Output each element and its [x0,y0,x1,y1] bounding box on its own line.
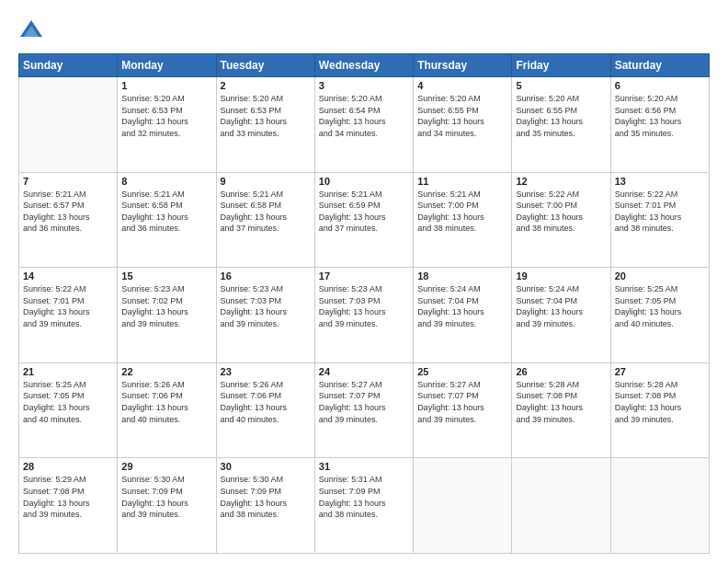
calendar-cell: 26Sunrise: 5:28 AMSunset: 7:08 PMDayligh… [512,362,610,458]
day-number: 10 [319,176,409,187]
day-info: Sunrise: 5:21 AMSunset: 6:58 PMDaylight:… [221,189,311,235]
day-info: Sunrise: 5:25 AMSunset: 7:05 PMDaylight:… [23,379,113,425]
weekday-header: Monday [118,54,216,77]
day-number: 14 [23,270,113,282]
day-info: Sunrise: 5:27 AMSunset: 7:07 PMDaylight:… [417,379,507,425]
day-info: Sunrise: 5:24 AMSunset: 7:04 PMDaylight:… [516,283,606,329]
day-number: 20 [615,270,705,282]
weekday-header-row: SundayMondayTuesdayWednesdayThursdayFrid… [19,54,710,77]
day-number: 16 [221,270,311,282]
day-number: 6 [615,80,705,91]
header [18,17,710,44]
calendar-week-row: 1Sunrise: 5:20 AMSunset: 6:53 PMDaylight… [19,77,710,173]
calendar-cell: 10Sunrise: 5:21 AMSunset: 6:59 PMDayligh… [314,172,413,268]
calendar-cell: 13Sunrise: 5:22 AMSunset: 7:01 PMDayligh… [610,172,709,268]
calendar-cell: 2Sunrise: 5:20 AMSunset: 6:53 PMDaylight… [216,77,314,173]
day-info: Sunrise: 5:20 AMSunset: 6:53 PMDaylight:… [121,93,211,139]
calendar-cell: 4Sunrise: 5:20 AMSunset: 6:55 PMDaylight… [414,77,512,173]
day-info: Sunrise: 5:20 AMSunset: 6:55 PMDaylight:… [417,93,507,139]
day-info: Sunrise: 5:29 AMSunset: 7:08 PMDaylight:… [23,474,113,520]
calendar-cell: 11Sunrise: 5:21 AMSunset: 7:00 PMDayligh… [414,172,512,268]
day-info: Sunrise: 5:20 AMSunset: 6:56 PMDaylight:… [615,93,705,139]
day-number: 3 [319,80,409,91]
calendar-cell: 16Sunrise: 5:23 AMSunset: 7:03 PMDayligh… [216,268,314,363]
calendar-cell: 28Sunrise: 5:29 AMSunset: 7:08 PMDayligh… [19,458,118,554]
calendar-cell: 14Sunrise: 5:22 AMSunset: 7:01 PMDayligh… [19,268,118,363]
day-number: 9 [221,176,311,187]
day-number: 17 [319,270,409,282]
calendar-cell: 6Sunrise: 5:20 AMSunset: 6:56 PMDaylight… [610,77,709,173]
calendar-cell: 21Sunrise: 5:25 AMSunset: 7:05 PMDayligh… [19,362,118,458]
day-info: Sunrise: 5:31 AMSunset: 7:09 PMDaylight:… [319,474,409,520]
day-number: 28 [23,461,113,472]
day-number: 19 [516,270,606,282]
calendar-cell: 8Sunrise: 5:21 AMSunset: 6:58 PMDaylight… [118,172,216,268]
calendar-cell: 17Sunrise: 5:23 AMSunset: 7:03 PMDayligh… [314,268,413,363]
calendar-cell: 30Sunrise: 5:30 AMSunset: 7:09 PMDayligh… [216,458,314,554]
calendar-table: SundayMondayTuesdayWednesdayThursdayFrid… [18,53,710,554]
logo-icon [18,18,44,44]
page: SundayMondayTuesdayWednesdayThursdayFrid… [0,0,728,563]
calendar-week-row: 21Sunrise: 5:25 AMSunset: 7:05 PMDayligh… [19,362,710,458]
day-info: Sunrise: 5:23 AMSunset: 7:02 PMDaylight:… [121,283,211,329]
calendar-cell: 19Sunrise: 5:24 AMSunset: 7:04 PMDayligh… [512,268,610,363]
calendar-cell [19,77,118,173]
calendar-cell: 27Sunrise: 5:28 AMSunset: 7:08 PMDayligh… [610,362,709,458]
weekday-header: Wednesday [314,54,413,77]
day-info: Sunrise: 5:30 AMSunset: 7:09 PMDaylight:… [121,474,211,520]
weekday-header: Thursday [414,54,512,77]
day-number: 29 [121,461,211,472]
day-info: Sunrise: 5:20 AMSunset: 6:53 PMDaylight:… [221,93,311,139]
day-info: Sunrise: 5:28 AMSunset: 7:08 PMDaylight:… [516,379,606,425]
day-number: 4 [417,80,507,91]
calendar-cell: 18Sunrise: 5:24 AMSunset: 7:04 PMDayligh… [414,268,512,363]
calendar-cell: 1Sunrise: 5:20 AMSunset: 6:53 PMDaylight… [118,77,216,173]
day-number: 11 [417,176,507,187]
day-number: 25 [417,366,507,377]
calendar-week-row: 7Sunrise: 5:21 AMSunset: 6:57 PMDaylight… [19,172,710,268]
day-number: 23 [221,366,311,377]
day-number: 21 [23,366,113,377]
calendar-cell: 25Sunrise: 5:27 AMSunset: 7:07 PMDayligh… [414,362,512,458]
day-info: Sunrise: 5:28 AMSunset: 7:08 PMDaylight:… [615,379,705,425]
weekday-header: Saturday [610,54,709,77]
day-info: Sunrise: 5:25 AMSunset: 7:05 PMDaylight:… [615,283,705,329]
calendar-cell: 24Sunrise: 5:27 AMSunset: 7:07 PMDayligh… [314,362,413,458]
calendar-cell [512,458,610,554]
day-info: Sunrise: 5:21 AMSunset: 6:59 PMDaylight:… [319,189,409,235]
weekday-header: Tuesday [216,54,314,77]
day-info: Sunrise: 5:24 AMSunset: 7:04 PMDaylight:… [417,283,507,329]
day-info: Sunrise: 5:23 AMSunset: 7:03 PMDaylight:… [221,283,311,329]
day-info: Sunrise: 5:22 AMSunset: 7:01 PMDaylight:… [23,283,113,329]
day-info: Sunrise: 5:26 AMSunset: 7:06 PMDaylight:… [221,379,311,425]
day-number: 13 [615,176,705,187]
day-number: 8 [121,176,211,187]
calendar-cell: 12Sunrise: 5:22 AMSunset: 7:00 PMDayligh… [512,172,610,268]
day-number: 24 [319,366,409,377]
day-number: 18 [417,270,507,282]
weekday-header: Sunday [19,54,118,77]
calendar-cell: 22Sunrise: 5:26 AMSunset: 7:06 PMDayligh… [118,362,216,458]
day-number: 2 [221,80,311,91]
day-info: Sunrise: 5:30 AMSunset: 7:09 PMDaylight:… [221,474,311,520]
day-info: Sunrise: 5:27 AMSunset: 7:07 PMDaylight:… [319,379,409,425]
calendar-week-row: 28Sunrise: 5:29 AMSunset: 7:08 PMDayligh… [19,458,710,554]
day-number: 12 [516,176,606,187]
calendar-cell: 31Sunrise: 5:31 AMSunset: 7:09 PMDayligh… [314,458,413,554]
day-number: 22 [121,366,211,377]
calendar-cell: 7Sunrise: 5:21 AMSunset: 6:57 PMDaylight… [19,172,118,268]
calendar-cell: 9Sunrise: 5:21 AMSunset: 6:58 PMDaylight… [216,172,314,268]
day-number: 27 [615,366,705,377]
day-info: Sunrise: 5:21 AMSunset: 6:57 PMDaylight:… [23,189,113,235]
calendar-cell [414,458,512,554]
day-number: 31 [319,461,409,472]
calendar-cell: 3Sunrise: 5:20 AMSunset: 6:54 PMDaylight… [314,77,413,173]
calendar-cell: 23Sunrise: 5:26 AMSunset: 7:06 PMDayligh… [216,362,314,458]
calendar-cell: 29Sunrise: 5:30 AMSunset: 7:09 PMDayligh… [118,458,216,554]
day-info: Sunrise: 5:26 AMSunset: 7:06 PMDaylight:… [121,379,211,425]
day-info: Sunrise: 5:20 AMSunset: 6:55 PMDaylight:… [516,93,606,139]
day-number: 1 [121,80,211,91]
day-info: Sunrise: 5:23 AMSunset: 7:03 PMDaylight:… [319,283,409,329]
calendar-cell: 20Sunrise: 5:25 AMSunset: 7:05 PMDayligh… [610,268,709,363]
day-info: Sunrise: 5:20 AMSunset: 6:54 PMDaylight:… [319,93,409,139]
